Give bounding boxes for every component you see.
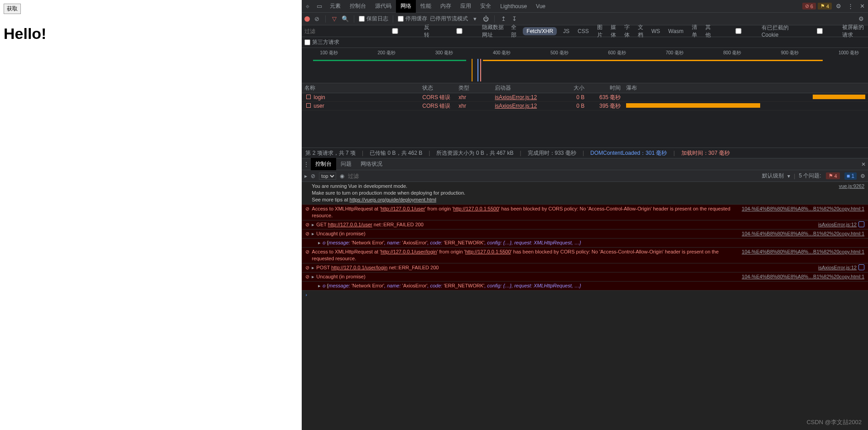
tab-sources[interactable]: 源代码	[371, 0, 396, 13]
drawer-close-icon[interactable]: ✕	[859, 161, 868, 167]
tab-security[interactable]: 安全	[476, 0, 496, 13]
console-toolbar: ▸ ⊘ top ◉ 默认级别▾ | 5 个问题: ⚑ 4 ■ 1 ⚙	[302, 170, 868, 182]
external-icon[interactable]	[858, 264, 864, 270]
drawer-tab-issues[interactable]: 问题	[336, 158, 356, 170]
filter-ws[interactable]: WS	[650, 27, 662, 35]
blocked-cookies-checkbox[interactable]: 有已拦截的 Cookie	[717, 24, 795, 38]
error-icon: ⊘	[305, 264, 312, 271]
blocked-requests-checkbox[interactable]: 被屏蔽的请求	[799, 24, 865, 39]
more-icon[interactable]: ⋮	[844, 3, 856, 10]
network-table-header: 名称 状态 类型 启动器 大小 时间 瀑布	[302, 83, 868, 93]
col-name[interactable]: 名称	[302, 84, 420, 92]
timeline-bar	[483, 60, 823, 61]
drawer-tab-console[interactable]: 控制台	[311, 158, 336, 170]
console-prompt[interactable]: ›	[302, 291, 868, 299]
drawer-menu-icon[interactable]: ⋮	[302, 161, 311, 167]
filter-css[interactable]: CSS	[576, 27, 591, 35]
download-icon[interactable]: ↧	[510, 15, 518, 22]
tab-vue[interactable]: Vue	[531, 0, 550, 12]
error-icon: ⊘	[305, 221, 312, 228]
device-icon[interactable]: ▭	[313, 3, 325, 10]
source-link[interactable]: 104-%E4%B8%80%E8%A8%…B1%82%20copy.html:1	[737, 205, 864, 219]
wifi-icon[interactable]: ⏻	[482, 15, 490, 22]
filter-fetch-xhr[interactable]: Fetch/XHR	[523, 27, 557, 35]
filter-bar: 反转 隐藏数据网址 全部 Fetch/XHR JS CSS 图片 媒体 字体 文…	[302, 25, 868, 37]
source-link[interactable]: 104-%E4%B8%80%E8%A8%…B1%82%20copy.html:1	[737, 273, 864, 280]
log-level-select[interactable]: 默认级别	[762, 172, 784, 180]
source-link[interactable]: 104-%E4%B8%80%E8%A8%…B1%82%20copy.html:1	[737, 230, 864, 237]
upload-icon[interactable]: ↥	[499, 15, 507, 22]
col-status[interactable]: 状态	[420, 84, 456, 92]
tab-console[interactable]: 控制台	[345, 0, 371, 13]
drawer-tab-network-conditions[interactable]: 网络状况	[356, 158, 387, 170]
clear-icon[interactable]: ⊘	[313, 15, 321, 22]
tick-label: 800 毫秒	[723, 50, 741, 56]
console-row: ⊘ Access to XMLHttpRequest at 'http://12…	[302, 205, 868, 220]
tick-label: 100 毫秒	[320, 50, 338, 56]
tab-application[interactable]: 应用	[456, 0, 476, 13]
network-summary: 第 2 项请求，共 7 项| 已传输 0 B，共 462 B| 所选资源大小为 …	[302, 148, 868, 158]
filter-bar-2: 第三方请求	[302, 37, 868, 48]
hide-data-urls-checkbox[interactable]: 隐藏数据网址	[439, 24, 505, 39]
network-settings-icon[interactable]: ⚙	[857, 15, 865, 22]
console-filter-input[interactable]	[348, 173, 439, 179]
source-link[interactable]: vue.js:9262	[834, 183, 864, 203]
table-row[interactable]: user CORS 错误 xhr isAxiosError.js:12 0 B …	[302, 102, 868, 110]
fetch-button[interactable]: 获取	[4, 4, 21, 14]
console-clear-icon[interactable]: ⊘	[311, 173, 315, 179]
external-icon[interactable]	[858, 221, 864, 227]
tab-memory[interactable]: 内存	[436, 0, 456, 13]
timeline-bar	[313, 60, 466, 61]
console-row: ⊘ ▸Uncaught (in promise) 104-%E4%B8%80%E…	[302, 272, 868, 282]
devtools-panel: ⟐ ▭ 元素 控制台 源代码 网络 性能 内存 应用 安全 Lighthouse…	[302, 0, 868, 430]
summary-transferred: 已传输 0 B，共 462 B	[370, 149, 422, 157]
settings-icon[interactable]: ⚙	[833, 3, 844, 10]
console-output[interactable]: You are running Vue in development mode.…	[302, 182, 868, 430]
console-row: ⊘ ▸GET http://127.0.0.1/user net::ERR_FA…	[302, 220, 868, 229]
console-sidebar-icon[interactable]: ▸	[304, 173, 307, 179]
summary-resources: 所选资源大小为 0 B，共 467 kB	[436, 149, 513, 157]
col-time[interactable]: 时间	[587, 84, 623, 92]
eye-icon[interactable]: ◉	[340, 173, 344, 179]
col-waterfall[interactable]: 瀑布	[623, 84, 868, 92]
close-icon[interactable]: ✕	[856, 3, 868, 10]
record-icon[interactable]	[304, 16, 310, 22]
error-count-badge[interactable]: ⊘ 6	[802, 3, 816, 10]
third-party-checkbox[interactable]: 第三方请求	[304, 38, 339, 46]
issues-label[interactable]: 5 个问题:	[799, 172, 821, 180]
warning-count-badge[interactable]: ⚑ 4	[818, 3, 832, 10]
tab-network[interactable]: 网络	[396, 0, 416, 13]
filter-wasm[interactable]: Wasm	[666, 27, 685, 35]
console-row: You are running Vue in development mode.…	[302, 182, 868, 205]
source-link[interactable]: isAxiosError.js:12	[814, 221, 857, 228]
source-link[interactable]: 104-%E4%B8%80%E8%A8%…B1%82%20copy.html:1	[737, 248, 864, 262]
network-timeline[interactable]: 100 毫秒 200 毫秒 300 毫秒 400 毫秒 500 毫秒 600 毫…	[302, 48, 868, 83]
invert-checkbox[interactable]: 反转	[368, 24, 434, 39]
tick-label: 500 毫秒	[550, 50, 568, 56]
inspect-icon[interactable]: ⟐	[302, 3, 313, 10]
col-type[interactable]: 类型	[456, 84, 492, 92]
tick-label: 300 毫秒	[435, 50, 453, 56]
preserve-log-checkbox[interactable]: 保留日志	[359, 15, 388, 23]
console-settings-icon[interactable]: ⚙	[860, 173, 865, 179]
error-icon: ⊘	[305, 248, 312, 262]
filter-icon[interactable]: ▽	[330, 15, 338, 22]
tab-elements[interactable]: 元素	[325, 0, 345, 13]
tab-performance[interactable]: 性能	[416, 0, 436, 13]
throttling-select[interactable]: 已停用节流模式	[430, 15, 468, 23]
search-icon[interactable]: 🔍	[341, 15, 349, 22]
filter-input[interactable]	[304, 28, 363, 34]
tab-lighthouse[interactable]: Lighthouse	[496, 0, 531, 12]
source-link[interactable]: isAxiosError.js:12	[814, 264, 857, 271]
col-initiator[interactable]: 启动器	[492, 84, 551, 92]
context-select[interactable]: top	[319, 172, 336, 180]
tick-label: 400 毫秒	[493, 50, 511, 56]
filter-js[interactable]: JS	[561, 27, 571, 35]
col-size[interactable]: 大小	[551, 84, 587, 92]
chevron-down-icon[interactable]: ▾	[471, 15, 479, 22]
summary-load: 加载时间：307 毫秒	[681, 149, 730, 157]
console-row: ▸o {message: 'Network Error', name: 'Axi…	[302, 239, 868, 248]
tick-label: 200 毫秒	[378, 50, 395, 56]
table-row[interactable]: login CORS 错误 xhr isAxiosError.js:12 0 B…	[302, 93, 868, 102]
disable-cache-checkbox[interactable]: 停用缓存	[398, 15, 427, 23]
